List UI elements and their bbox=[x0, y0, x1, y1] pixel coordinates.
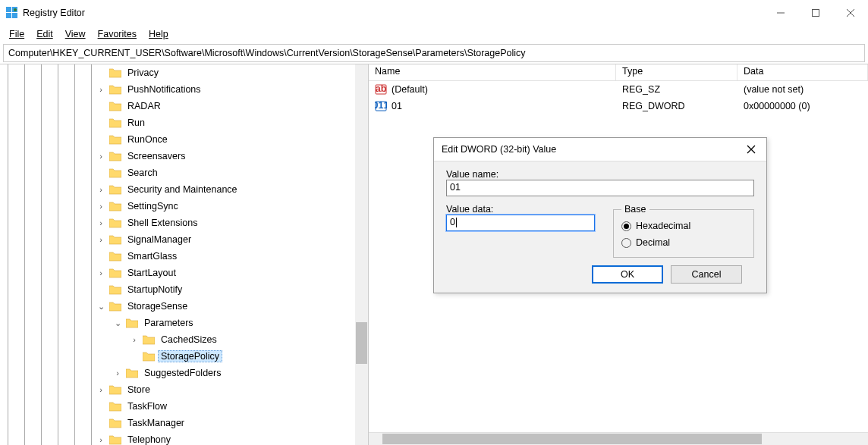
tree-scrollbar-vertical[interactable] bbox=[355, 64, 368, 445]
tree-item[interactable]: ›SignalManager bbox=[96, 231, 368, 248]
chevron-right-icon[interactable]: › bbox=[96, 202, 106, 211]
dialog-titlebar[interactable]: Edit DWORD (32-bit) Value bbox=[434, 138, 766, 161]
folder-icon bbox=[109, 118, 121, 128]
dialog-close-button[interactable] bbox=[744, 143, 759, 156]
list-header: Name Type Data bbox=[369, 64, 868, 81]
tree-item[interactable]: ›Store bbox=[96, 381, 368, 398]
svg-text:011: 011 bbox=[375, 100, 387, 111]
tree-item-label: StorageSense bbox=[124, 301, 190, 312]
address-text: Computer\HKEY_CURRENT_USER\Software\Micr… bbox=[8, 48, 526, 58]
svg-rect-3 bbox=[12, 13, 17, 18]
tree-item[interactable]: TaskFlow bbox=[96, 398, 368, 415]
folder-icon bbox=[109, 268, 121, 278]
tree-item[interactable]: ⌄StorageSense bbox=[96, 298, 368, 315]
list-scrollbar-horizontal[interactable] bbox=[369, 432, 868, 445]
close-button[interactable] bbox=[833, 0, 868, 26]
tree-item[interactable]: Privacy bbox=[96, 64, 368, 81]
chevron-right-icon[interactable]: › bbox=[96, 435, 106, 444]
column-type[interactable]: Type bbox=[616, 64, 737, 80]
tree-item-label: Privacy bbox=[124, 67, 162, 78]
folder-icon bbox=[126, 368, 138, 378]
valuename-input[interactable]: 01 bbox=[446, 180, 754, 196]
tree-item[interactable]: ›Screensavers bbox=[96, 148, 368, 165]
tree-item-label: Security and Maintenance bbox=[124, 184, 241, 195]
tree-item[interactable]: TaskManager bbox=[96, 415, 368, 431]
chevron-right-icon[interactable]: › bbox=[129, 335, 140, 344]
chevron-right-icon[interactable]: › bbox=[96, 385, 106, 394]
column-data[interactable]: Data bbox=[737, 64, 868, 80]
dialog-button-row: OK Cancel bbox=[446, 258, 754, 284]
menu-view[interactable]: View bbox=[61, 27, 90, 41]
menu-help[interactable]: Help bbox=[144, 27, 173, 41]
tree-item-label: Parameters bbox=[141, 318, 197, 328]
reg-dword-icon: 011 bbox=[375, 100, 387, 112]
radio-decimal[interactable]: Decimal bbox=[621, 234, 746, 251]
chevron-right-icon[interactable]: › bbox=[96, 85, 106, 94]
tree-item-label: Shell Extensions bbox=[124, 218, 200, 228]
minimize-button[interactable] bbox=[763, 0, 798, 26]
tree-item[interactable]: ›PushNotifications bbox=[96, 81, 368, 98]
list-body[interactable]: ab(Default)REG_SZ(value not set)01101REG… bbox=[369, 81, 868, 114]
tree-item[interactable]: SmartGlass bbox=[96, 248, 368, 265]
chevron-down-icon[interactable]: ⌄ bbox=[96, 302, 106, 312]
folder-icon bbox=[143, 351, 155, 362]
chevron-right-icon[interactable]: › bbox=[96, 185, 106, 194]
menu-edit[interactable]: Edit bbox=[32, 27, 58, 41]
chevron-right-icon[interactable]: › bbox=[96, 235, 106, 244]
column-name[interactable]: Name bbox=[369, 64, 616, 80]
tree-item[interactable]: StoragePolicy bbox=[96, 348, 368, 365]
cancel-button[interactable]: Cancel bbox=[671, 265, 742, 284]
chevron-right-icon[interactable]: › bbox=[112, 368, 123, 378]
tree-item[interactable]: RADAR bbox=[96, 98, 368, 114]
tree-item-label: SettingSync bbox=[124, 201, 181, 212]
radio-hexadecimal[interactable]: Hexadecimal bbox=[621, 218, 746, 234]
tree-item[interactable]: Search bbox=[96, 165, 368, 181]
base-legend: Base bbox=[621, 204, 649, 215]
list-row[interactable]: 01101REG_DWORD0x00000000 (0) bbox=[369, 98, 868, 114]
tree-pane: Privacy›PushNotificationsRADARRunRunOnce… bbox=[0, 64, 369, 445]
menu-bar: File Edit View Favorites Help bbox=[0, 26, 868, 42]
tree-item[interactable]: ›StartLayout bbox=[96, 265, 368, 281]
tree-item[interactable]: ›CachedSizes bbox=[96, 331, 368, 348]
tree-item-label: Search bbox=[124, 168, 161, 178]
maximize-button[interactable] bbox=[798, 0, 833, 26]
address-bar[interactable]: Computer\HKEY_CURRENT_USER\Software\Micr… bbox=[3, 44, 865, 62]
scrollbar-thumb[interactable] bbox=[382, 434, 762, 444]
menu-favorites[interactable]: Favorites bbox=[93, 27, 141, 41]
tree-item[interactable]: ›Security and Maintenance bbox=[96, 181, 368, 198]
list-row[interactable]: ab(Default)REG_SZ(value not set) bbox=[369, 81, 868, 98]
tree-item[interactable]: ›SettingSync bbox=[96, 198, 368, 215]
chevron-right-icon[interactable]: › bbox=[96, 152, 106, 161]
svg-rect-2 bbox=[6, 13, 11, 18]
tree-body[interactable]: Privacy›PushNotificationsRADARRunRunOnce… bbox=[96, 64, 368, 445]
tree-item[interactable]: ›Telephony bbox=[96, 431, 368, 445]
folder-icon bbox=[109, 201, 121, 212]
close-icon bbox=[747, 145, 756, 154]
folder-icon bbox=[109, 84, 121, 95]
tree-item-label: TaskFlow bbox=[124, 401, 170, 412]
tree-item[interactable]: ›SuggestedFolders bbox=[96, 365, 368, 381]
chevron-right-icon[interactable]: › bbox=[96, 268, 106, 277]
ok-button[interactable]: OK bbox=[592, 265, 663, 284]
valuedata-input[interactable]: 0 bbox=[446, 215, 595, 231]
menu-file[interactable]: File bbox=[5, 27, 29, 41]
scrollbar-thumb[interactable] bbox=[356, 322, 367, 364]
folder-icon bbox=[109, 234, 121, 245]
tree-item-label: StartLayout bbox=[124, 268, 179, 278]
tree-item[interactable]: Run bbox=[96, 114, 368, 131]
value-name: 01 bbox=[392, 101, 402, 111]
tree-item[interactable]: StartupNotify bbox=[96, 281, 368, 298]
regedit-icon bbox=[6, 7, 18, 19]
tree-item[interactable]: RunOnce bbox=[96, 131, 368, 148]
svg-text:ab: ab bbox=[376, 83, 387, 94]
folder-icon bbox=[109, 101, 121, 111]
text-caret bbox=[456, 218, 457, 227]
chevron-down-icon[interactable]: ⌄ bbox=[112, 318, 123, 328]
folder-icon bbox=[109, 218, 121, 228]
tree-item-label: PushNotifications bbox=[124, 84, 204, 95]
folder-icon bbox=[126, 318, 138, 328]
chevron-right-icon[interactable]: › bbox=[96, 218, 106, 227]
tree-item[interactable]: ⌄Parameters bbox=[96, 315, 368, 331]
tree-item[interactable]: ›Shell Extensions bbox=[96, 215, 368, 231]
folder-icon bbox=[109, 151, 121, 161]
